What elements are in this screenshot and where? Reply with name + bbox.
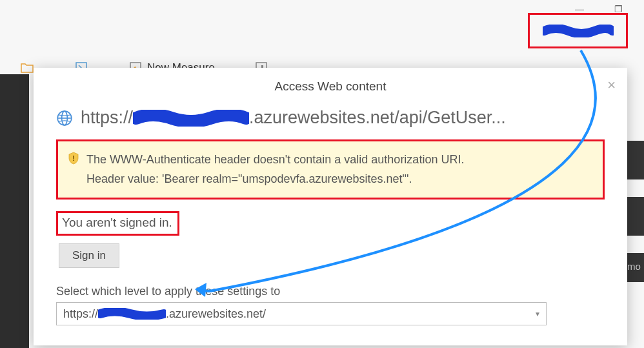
warning-line-1: The WWW-Authenticate header doesn't cont…: [86, 150, 464, 170]
warning-shield-icon: !: [67, 152, 80, 165]
warning-banner: ! The WWW-Authenticate header doesn't co…: [56, 139, 605, 200]
dropdown-caret-icon: ▾: [536, 309, 539, 318]
right-panel-block: [625, 141, 644, 179]
warning-line-2: Header value: 'Bearer realm="umspodevfa.…: [86, 170, 464, 189]
level-select-dropdown[interactable]: https:// .azurewebsites.net/ ▾: [56, 302, 547, 325]
select-prefix: https://: [63, 307, 98, 321]
folder-icon: [19, 60, 35, 76]
close-icon[interactable]: ×: [607, 77, 616, 94]
url-display: https:// .azurewebsites.net/api/GetUser.…: [34, 100, 627, 134]
signin-button[interactable]: Sign in: [59, 243, 119, 268]
access-web-content-dialog: × Access Web content https:// .azurewebs…: [34, 68, 627, 345]
right-panel-block: [625, 197, 644, 236]
dialog-title: Access Web content: [34, 68, 627, 100]
redaction-scribble: [133, 110, 249, 127]
redaction-scribble: [98, 308, 166, 320]
right-panel-fragment: mo: [625, 253, 644, 282]
ribbon-getdata[interactable]: [19, 60, 35, 76]
signed-out-message: You aren't signed in.: [62, 216, 172, 229]
select-suffix: .azurewebsites.net/: [166, 307, 266, 321]
url-prefix: https://: [81, 108, 133, 128]
signin-status-annotation: You aren't signed in.: [56, 211, 179, 236]
globe-icon: [56, 110, 73, 127]
url-suffix: .azurewebsites.net/api/GetUser...: [249, 108, 506, 128]
redaction-scribble: [543, 25, 614, 37]
left-panel: [0, 74, 29, 348]
level-select-label: Select which level to apply these settin…: [56, 285, 605, 298]
svg-text:!: !: [72, 154, 75, 162]
account-display[interactable]: [528, 13, 628, 48]
